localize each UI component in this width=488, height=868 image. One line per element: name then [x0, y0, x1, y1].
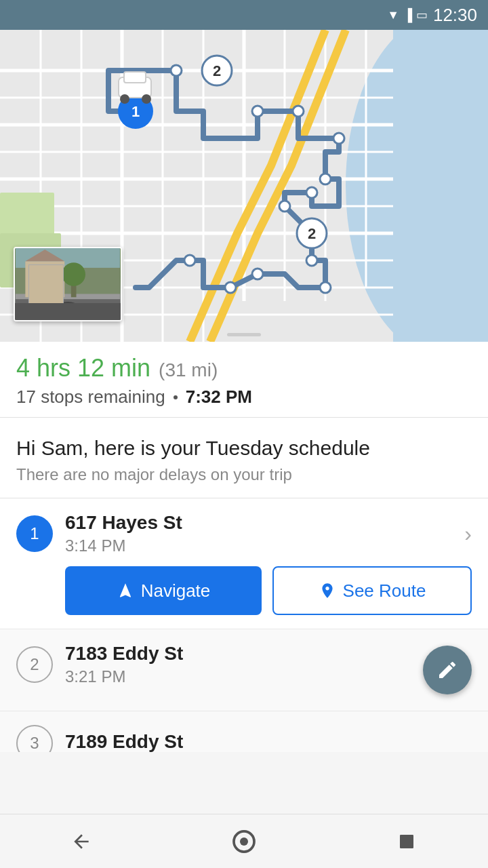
- status-bar: ▼ ▐ ▭ 12:30: [0, 0, 488, 30]
- street-photo-thumbnail[interactable]: [14, 247, 122, 321]
- svg-rect-65: [400, 835, 413, 848]
- bottom-nav: [0, 814, 488, 868]
- svg-point-60: [62, 262, 85, 286]
- stop-1-chevron[interactable]: ›: [464, 521, 472, 547]
- stop-2-time: 3:21 PM: [65, 667, 472, 686]
- stop-3-number: 3: [16, 725, 53, 752]
- svg-point-34: [225, 282, 236, 293]
- stop-3-address: 7189 Eddy St: [65, 731, 472, 752]
- svg-rect-48: [16, 297, 120, 320]
- svg-rect-58: [33, 297, 58, 299]
- signal-icon: ▐: [403, 8, 412, 22]
- eta-row: 4 hrs 12 min (31 mi): [16, 354, 472, 382]
- stop-1-number: 1: [16, 515, 53, 552]
- svg-point-26: [293, 106, 304, 117]
- svg-point-31: [306, 255, 317, 266]
- battery-icon: ▭: [416, 7, 428, 22]
- svg-point-44: [120, 94, 129, 104]
- stop-2-number: 2: [16, 646, 53, 683]
- map-area[interactable]: 2 2 1: [0, 30, 488, 342]
- svg-point-27: [333, 133, 344, 144]
- svg-point-30: [279, 201, 290, 212]
- eta-distance: (31 mi): [159, 359, 218, 381]
- svg-rect-56: [40, 284, 50, 297]
- status-time: 12:30: [433, 5, 477, 26]
- status-icons: ▼ ▐ ▭: [387, 7, 428, 22]
- home-nav-button[interactable]: [217, 814, 271, 869]
- stop-item-2[interactable]: 2 7183 Eddy St 3:21 PM: [0, 629, 488, 711]
- stops-row: 17 stops remaining 7:32 PM: [16, 387, 472, 408]
- svg-point-32: [320, 282, 331, 293]
- schedule-status: There are no major delays on your trip: [16, 465, 472, 484]
- edit-fab-button[interactable]: [423, 646, 472, 694]
- svg-point-33: [252, 269, 263, 279]
- stop-item-1[interactable]: 1 617 Hayes St 3:14 PM › Navigate See Ro…: [0, 498, 488, 629]
- svg-text:2: 2: [213, 62, 221, 79]
- see-route-icon: [319, 582, 336, 599]
- svg-point-61: [45, 302, 64, 310]
- pull-indicator: [227, 333, 261, 336]
- eta-time: 4 hrs 12 min: [16, 354, 150, 382]
- navigate-label: Navigate: [141, 580, 211, 601]
- svg-point-29: [306, 187, 317, 198]
- stop-item-3-partial: 3 7189 Eddy St: [0, 711, 488, 752]
- see-route-label: See Route: [343, 580, 426, 601]
- svg-point-24: [171, 65, 182, 76]
- stop-2-info: 7183 Eddy St 3:21 PM: [65, 643, 472, 686]
- svg-text:2: 2: [308, 225, 316, 242]
- back-icon: [70, 831, 92, 852]
- stop-2-header: 2 7183 Eddy St 3:21 PM: [16, 643, 472, 686]
- svg-rect-54: [32, 281, 40, 289]
- svg-rect-2: [393, 30, 488, 342]
- edit-icon: [436, 659, 458, 681]
- stop-1-time: 3:14 PM: [65, 536, 452, 555]
- stop-nav-button[interactable]: [380, 814, 434, 869]
- svg-text:1: 1: [131, 103, 140, 120]
- stops-remaining: 17 stops remaining: [16, 387, 165, 408]
- navigate-icon: [117, 582, 134, 599]
- svg-rect-50: [25, 261, 64, 297]
- stop-icon: [396, 831, 417, 852]
- arrival-time: 7:32 PM: [186, 387, 252, 408]
- stop-1-actions: Navigate See Route: [65, 566, 472, 615]
- schedule-header: Hi Sam, here is your Tuesday schedule Th…: [0, 418, 488, 498]
- stop-1-address: 617 Hayes St: [65, 512, 452, 534]
- stop-1-info: 617 Hayes St 3:14 PM: [65, 512, 452, 555]
- dot-separator: [174, 395, 178, 399]
- svg-rect-52: [32, 268, 40, 277]
- navigate-button[interactable]: Navigate: [65, 566, 262, 615]
- svg-rect-49: [16, 294, 120, 299]
- stop-3-header: 3 7189 Eddy St: [16, 725, 472, 752]
- svg-point-28: [320, 174, 331, 184]
- svg-point-64: [240, 837, 248, 846]
- svg-rect-57: [35, 296, 55, 298]
- stop-1-header: 1 617 Hayes St 3:14 PM ›: [16, 512, 472, 555]
- see-route-button[interactable]: See Route: [272, 566, 472, 615]
- svg-point-25: [252, 106, 263, 117]
- svg-point-45: [142, 94, 151, 104]
- info-panel: 4 hrs 12 min (31 mi) 17 stops remaining …: [0, 342, 488, 418]
- stop-3-info: 7189 Eddy St: [65, 731, 472, 752]
- svg-point-35: [184, 255, 195, 266]
- stop-2-address: 7183 Eddy St: [65, 643, 472, 665]
- wifi-icon: ▼: [387, 8, 399, 22]
- back-nav-button[interactable]: [54, 814, 108, 869]
- svg-point-62: [58, 302, 78, 310]
- svg-rect-43: [124, 72, 146, 83]
- home-circle-icon: [232, 829, 256, 854]
- svg-rect-55: [52, 281, 60, 289]
- schedule-greeting: Hi Sam, here is your Tuesday schedule: [16, 437, 472, 460]
- svg-rect-53: [52, 268, 60, 277]
